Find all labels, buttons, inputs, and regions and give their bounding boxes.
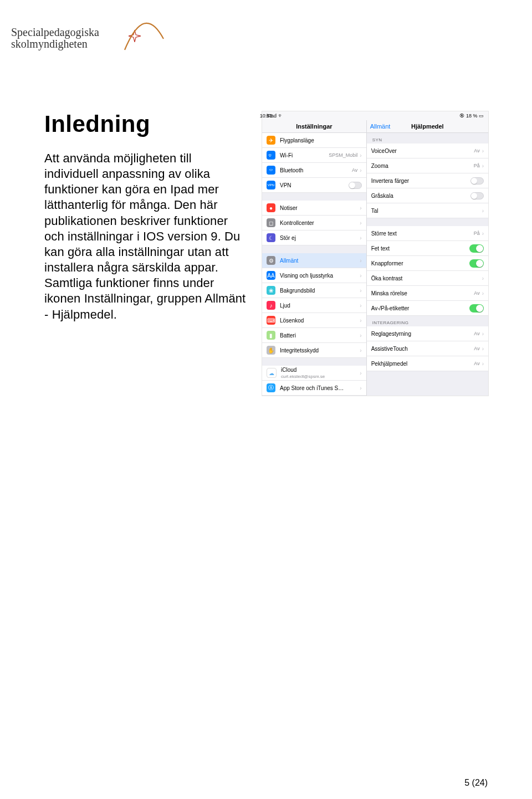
row-label: AssistiveTouch xyxy=(371,346,474,352)
row-icon: ⌔ xyxy=(267,166,275,175)
page-number: 5 (24) xyxy=(464,778,488,788)
toggle-switch[interactable] xyxy=(349,182,362,189)
chevron-right-icon: › xyxy=(360,235,361,241)
settings-row[interactable]: Större textPå› xyxy=(367,226,488,241)
sidebar-item[interactable]: ✈︎Flygplansläge xyxy=(262,133,366,148)
sidebar-item[interactable]: ⌨︎Lösenkod› xyxy=(262,313,366,328)
chevron-right-icon: › xyxy=(360,303,361,309)
row-icon: ▮ xyxy=(267,331,275,340)
toggle-switch[interactable] xyxy=(470,177,484,185)
arc-icon xyxy=(119,11,169,61)
toggle-switch[interactable] xyxy=(470,192,484,199)
row-label: Bakgrundsbild xyxy=(280,288,357,294)
sidebar-item[interactable]: ☾Stör ej› xyxy=(262,231,366,245)
group-label: INTERAGERING xyxy=(367,316,488,326)
chevron-right-icon: › xyxy=(360,258,361,264)
row-icon: ᯤ xyxy=(267,151,275,160)
row-label: Stör ej xyxy=(280,235,357,241)
row-label: Av-/På-etiketter xyxy=(371,305,469,311)
settings-row[interactable]: PekhjälpmedelAv› xyxy=(367,356,488,371)
settings-row[interactable]: Invertera färger xyxy=(367,173,488,188)
chevron-right-icon: › xyxy=(482,346,484,352)
row-icon: VPN xyxy=(267,181,275,189)
row-icon: ☁︎ xyxy=(267,368,277,378)
sidebar-item[interactable]: AAVisning och ljusstyrka› xyxy=(262,268,366,283)
sidebar-item[interactable]: ❀Bakgrundsbild› xyxy=(262,283,366,298)
ipad-screenshot: iPad ᯤ 10:52 ⦿ 18 % ▭ Inställningar ✈︎Fl… xyxy=(262,111,489,396)
settings-row[interactable]: ZoomaPå› xyxy=(367,158,488,173)
row-icon: ✋ xyxy=(267,346,275,355)
brand-logo: Specialpedagogiska skolmyndigheten xyxy=(11,11,454,61)
sidebar-item[interactable]: ♪Ljud› xyxy=(262,298,366,313)
chevron-right-icon: › xyxy=(360,317,361,324)
sidebar-item[interactable]: ⌔BluetoothAv› xyxy=(262,163,366,178)
row-icon: ◻︎ xyxy=(267,218,275,227)
toggle-switch[interactable] xyxy=(469,244,484,253)
row-value: På xyxy=(474,163,480,168)
sidebar-item[interactable]: ◻︎Kontrollcenter› xyxy=(262,216,366,231)
sidebar-item[interactable]: ✋Integritetsskydd› xyxy=(262,343,366,358)
row-label: Batteri xyxy=(280,332,357,339)
row-label: iCloudcurt.ekstedt@spsm.se xyxy=(281,367,357,379)
ios-statusbar: iPad ᯤ 10:52 ⦿ 18 % ▭ xyxy=(262,111,488,120)
chevron-right-icon: › xyxy=(482,290,484,296)
row-label: App Store och iTunes S… xyxy=(280,385,357,391)
settings-row[interactable]: Minska rörelseAv› xyxy=(367,286,488,301)
chevron-right-icon: › xyxy=(482,231,484,237)
row-icon: AA xyxy=(267,271,275,280)
settings-row[interactable]: VoiceOverAv› xyxy=(367,144,488,158)
sidebar-item[interactable]: ☁︎iCloudcurt.ekstedt@spsm.se› xyxy=(262,366,366,381)
settings-row[interactable]: AssistiveTouchAv› xyxy=(367,341,488,356)
toggle-switch[interactable] xyxy=(469,259,484,268)
settings-row[interactable]: Tal› xyxy=(367,203,488,218)
settings-row[interactable]: Av-/På-etiketter xyxy=(367,301,488,316)
row-icon: ● xyxy=(267,203,275,212)
row-label: Allmänt xyxy=(280,258,357,264)
row-label: Notiser xyxy=(280,205,357,211)
row-value: Av xyxy=(474,148,479,153)
group-label: SYN xyxy=(367,133,488,144)
settings-row[interactable]: Knappformer xyxy=(367,256,488,271)
sidebar-item[interactable]: ▮Batteri› xyxy=(262,328,366,343)
chevron-right-icon: › xyxy=(482,208,484,214)
row-value: SPSM_Mobil xyxy=(329,152,357,158)
status-time: 10:52 xyxy=(260,113,273,119)
row-value: Av xyxy=(474,346,479,351)
heading: Inledning xyxy=(44,111,248,137)
settings-row[interactable]: Öka kontrast› xyxy=(367,271,488,286)
main-title: Hjälpmedel xyxy=(411,123,444,130)
sidebar-item[interactable]: ●Notiser› xyxy=(262,201,366,216)
sidebar-item[interactable]: VPNVPN xyxy=(262,178,366,193)
back-link[interactable]: Allmänt xyxy=(370,120,391,132)
row-icon: Ⓐ xyxy=(267,383,275,392)
row-label: Ljud xyxy=(280,303,357,309)
row-value: Av xyxy=(474,361,479,366)
settings-row[interactable]: Gråskala xyxy=(367,188,488,203)
sidebar-item[interactable]: ᯤWi-FiSPSM_Mobil› xyxy=(262,148,366,163)
sidebar-item[interactable]: ⚙︎Allmänt› xyxy=(262,253,366,268)
row-label: VPN xyxy=(280,182,349,188)
sidebar-item[interactable]: ⒶApp Store och iTunes S…› xyxy=(262,381,366,396)
status-battery: ⦿ 18 % ▭ xyxy=(459,113,484,119)
row-label: Wi-Fi xyxy=(280,152,329,158)
row-label: Gråskala xyxy=(371,193,470,199)
row-value: Av xyxy=(474,331,479,336)
row-label: Fet text xyxy=(371,245,469,252)
row-label: Lösenkod xyxy=(280,317,357,324)
chevron-right-icon: › xyxy=(360,385,361,391)
chevron-right-icon: › xyxy=(482,331,484,337)
chevron-right-icon: › xyxy=(360,220,361,226)
row-label: Visning och ljusstyrka xyxy=(280,273,357,279)
settings-row[interactable]: Fet text xyxy=(367,241,488,256)
chevron-right-icon: › xyxy=(360,273,361,279)
row-label: Knappformer xyxy=(371,260,469,267)
chevron-right-icon: › xyxy=(360,288,361,294)
settings-row[interactable]: ReglagestyrningAv› xyxy=(367,326,488,341)
row-label: Invertera färger xyxy=(371,178,470,184)
row-label: VoiceOver xyxy=(371,148,474,154)
brand-name: Specialpedagogiska skolmyndigheten xyxy=(11,27,99,50)
toggle-switch[interactable] xyxy=(469,304,484,313)
chevron-right-icon: › xyxy=(360,332,361,339)
row-label: Tal xyxy=(371,208,480,214)
chevron-right-icon: › xyxy=(482,148,484,154)
